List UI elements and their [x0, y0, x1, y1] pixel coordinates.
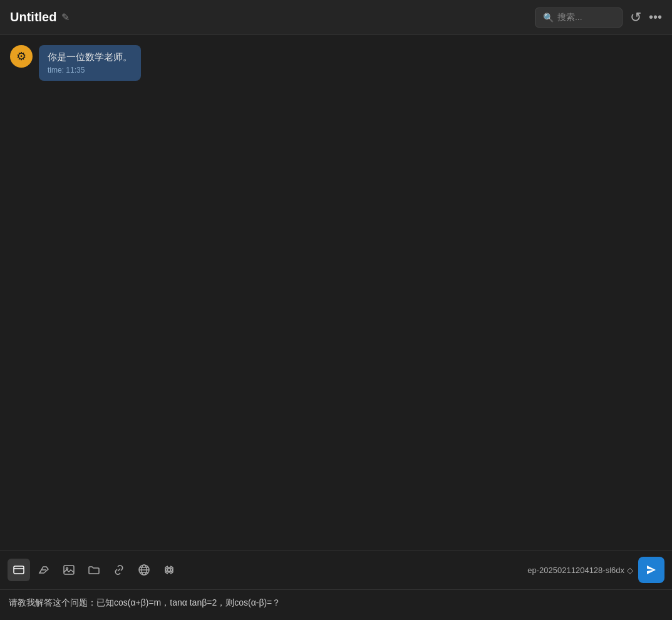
header-right: 🔍 搜索... ↺ •••	[535, 8, 662, 28]
history-icon[interactable]: ↺	[630, 9, 641, 26]
message-text: 你是一位数学老师。	[48, 51, 132, 63]
input-area[interactable]: 请教我解答这个问题：已知cos(α+β)=m，tanα tanβ=2，则cos(…	[0, 590, 672, 620]
search-icon: 🔍	[543, 13, 554, 23]
svg-point-10	[168, 569, 171, 572]
svg-rect-0	[14, 566, 24, 574]
send-button[interactable]	[638, 557, 664, 583]
main-content: ⚙ 你是一位数学老师。 time: 11:35	[0, 35, 672, 550]
settings-icon-button[interactable]	[158, 559, 180, 581]
bottom-bar: ep-20250211204128-sl6dx ◇ 请教我解答这个问题：已知co…	[0, 550, 672, 620]
svg-line-14	[170, 572, 173, 574]
message-time: time: 11:35	[48, 66, 132, 75]
app-header: Untitled ✎ 🔍 搜索... ↺ •••	[0, 0, 672, 35]
avatar: ⚙	[10, 45, 33, 68]
link-icon-button[interactable]	[108, 559, 130, 581]
edit-title-icon[interactable]: ✎	[61, 11, 70, 23]
toolbar-right: ep-20250211204128-sl6dx ◇	[527, 557, 664, 583]
svg-line-11	[165, 566, 168, 567]
search-placeholder-text: 搜索...	[557, 12, 582, 23]
model-chevron-icon: ◇	[627, 566, 633, 575]
svg-rect-3	[64, 566, 74, 574]
search-box[interactable]: 🔍 搜索...	[535, 8, 623, 28]
image-icon-button[interactable]	[58, 559, 80, 581]
message-icon-button[interactable]	[8, 559, 30, 581]
message-input[interactable]: 请教我解答这个问题：已知cos(α+β)=m，tanα tanβ=2，则cos(…	[9, 596, 663, 611]
globe-icon-button[interactable]	[133, 559, 155, 581]
avatar-icon: ⚙	[16, 49, 26, 63]
erase-icon-button[interactable]	[33, 559, 55, 581]
message-row: ⚙ 你是一位数学老师。 time: 11:35	[10, 45, 662, 81]
model-selector[interactable]: ep-20250211204128-sl6dx ◇	[527, 566, 633, 575]
message-bubble: 你是一位数学老师。 time: 11:35	[39, 45, 141, 81]
folder-icon-button[interactable]	[83, 559, 105, 581]
svg-line-12	[170, 566, 173, 567]
header-left: Untitled ✎	[10, 10, 70, 24]
model-name: ep-20250211204128-sl6dx	[527, 566, 624, 575]
more-options-icon[interactable]: •••	[649, 10, 662, 24]
page-title: Untitled	[10, 10, 56, 24]
toolbar-icons-row: ep-20250211204128-sl6dx ◇	[0, 550, 672, 590]
svg-line-13	[165, 572, 168, 574]
